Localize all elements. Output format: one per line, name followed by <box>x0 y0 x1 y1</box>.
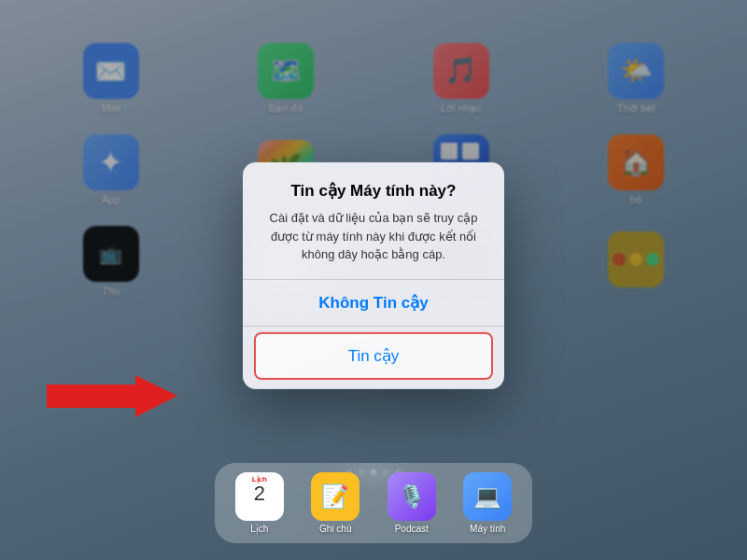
app-dock: Lịch 2 Lịch 📝 Ghi chú 🎙️ Podcast 💻 Máy t… <box>215 463 532 543</box>
dock-item-lich[interactable]: Lịch 2 Lịch <box>235 472 284 534</box>
dock-ghichu-label: Ghi chú <box>319 524 351 534</box>
trust-button-wrapper: Tin cậy <box>254 331 493 379</box>
dock-item-ghichu[interactable]: 📝 Ghi chú <box>311 472 359 534</box>
alert-message: Cài đặt và dữ liệu của bạn sẽ truy cập đ… <box>261 209 486 264</box>
dock-podcast-label: Podcast <box>395 524 429 534</box>
dock-lich-icon: Lịch 2 <box>235 472 284 521</box>
trust-button[interactable]: Tin cậy <box>256 333 491 377</box>
trust-alert-dialog: Tin cậy Máy tính này? Cài đặt và dữ liệu… <box>243 162 504 389</box>
dock-ghichu-icon: 📝 <box>311 472 359 521</box>
arrow-indicator <box>47 371 177 422</box>
arrow-shape <box>47 371 177 422</box>
dock-maytinhdk-icon: 💻 <box>463 472 512 521</box>
alert-content-area: Tin cậy Máy tính này? Cài đặt và dữ liệu… <box>243 162 504 264</box>
dock-item-podcast[interactable]: 🎙️ Podcast <box>388 472 436 534</box>
dock-podcast-icon: 🎙️ <box>388 472 436 521</box>
arrow-svg <box>47 371 177 422</box>
alert-buttons-area: Không Tin cậy Tin cậy <box>243 278 504 379</box>
svg-marker-6 <box>47 375 177 417</box>
dock-maytinhdk-label: Máy tính <box>470 524 505 534</box>
dock-lich-label: Lịch <box>250 524 268 534</box>
dock-item-maytinhdk[interactable]: 💻 Máy tính <box>463 472 512 534</box>
distrust-button[interactable]: Không Tin cậy <box>243 279 504 326</box>
alert-title: Tin cậy Máy tính này? <box>261 181 486 202</box>
